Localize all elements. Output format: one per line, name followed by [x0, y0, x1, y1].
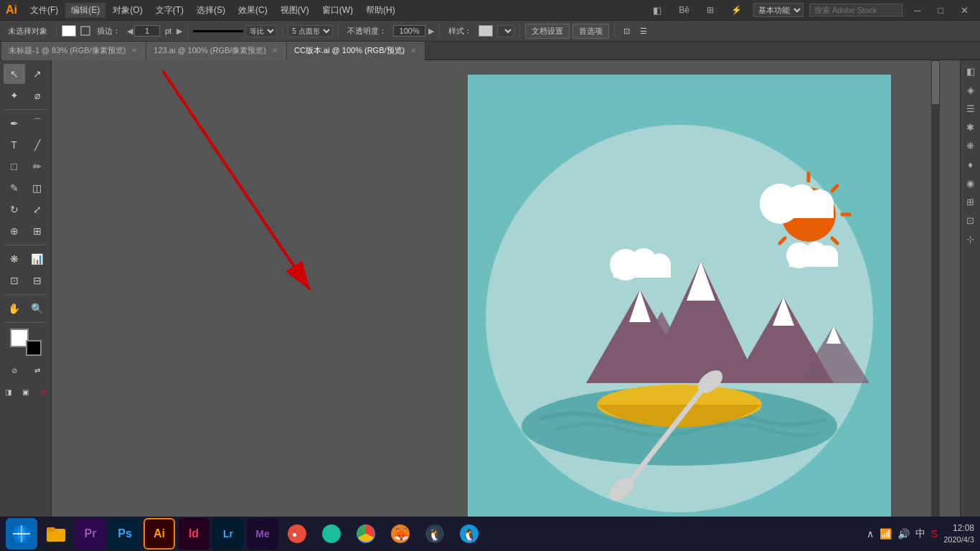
rotate-tool[interactable]: ↻ — [4, 199, 25, 220]
style-select[interactable] — [497, 25, 514, 37]
stroke-equal-select[interactable]: 等比 — [245, 25, 277, 37]
taskbar-app-green[interactable] — [316, 518, 347, 550]
preferences-button[interactable]: 首选项 — [573, 24, 609, 39]
graphic-styles-icon[interactable]: ♦ — [963, 156, 979, 172]
align-panel-icon[interactable]: ⊞ — [963, 194, 979, 209]
warp-tool[interactable]: ⊕ — [4, 221, 25, 241]
up-arrow-icon[interactable]: ∧ — [867, 528, 874, 540]
menu-file[interactable]: 文件(F) — [24, 3, 64, 18]
menu-text[interactable]: 文字(T) — [150, 3, 189, 18]
opacity-input[interactable] — [393, 25, 425, 37]
taskbar-app-mediaencoder[interactable]: Me — [247, 518, 278, 550]
pencil-tool[interactable]: ✎ — [4, 178, 25, 198]
color-mode-btn[interactable]: ◨ — [0, 382, 16, 402]
type-tool[interactable]: T — [4, 135, 25, 155]
curvature-tool[interactable]: ⌒ — [27, 113, 48, 133]
pen-tool[interactable]: ✒ — [4, 113, 25, 133]
maximize-button[interactable]: □ — [932, 4, 949, 17]
hand-tool[interactable]: ✋ — [4, 298, 25, 319]
menu-help[interactable]: 帮助(H) — [360, 3, 401, 18]
menu-view[interactable]: 视图(V) — [275, 3, 315, 18]
menu-edit[interactable]: 编辑(E) — [65, 3, 105, 18]
taskbar-app-files[interactable] — [40, 518, 72, 550]
symbols-icon[interactable]: ❋ — [963, 138, 979, 154]
fill-color-box[interactable] — [62, 25, 76, 37]
none-btn[interactable]: ⊘ — [35, 382, 51, 402]
selection-tool[interactable]: ↖ — [4, 64, 25, 84]
taskbar-app-illustrator[interactable]: Ai — [143, 518, 175, 550]
transform-panel-icon[interactable]: ⊹ — [963, 231, 979, 247]
artboard-tool[interactable]: ⊡ — [4, 270, 25, 291]
stroke-color-swatch[interactable] — [26, 340, 42, 356]
opacity-arrow[interactable]: ▶ — [428, 27, 434, 36]
zoom-tool[interactable]: 🔍 — [27, 298, 48, 319]
none-fill-btn[interactable]: ⊘ — [4, 360, 25, 380]
stroke-color-box[interactable] — [80, 26, 90, 36]
free-transform-tool[interactable]: ⊞ — [27, 221, 48, 241]
scale-tool[interactable]: ⤢ — [27, 199, 48, 220]
taskbar-app-browser[interactable] — [6, 518, 37, 550]
stroke-value-input[interactable] — [134, 25, 160, 37]
network-icon[interactable]: 📶 — [880, 528, 892, 540]
close-button[interactable]: ✕ — [955, 4, 974, 17]
canvas-area[interactable] — [52, 60, 960, 531]
menu-object[interactable]: 对象(O) — [107, 3, 148, 18]
line-tool[interactable]: ╱ — [27, 135, 48, 155]
menu-window[interactable]: 窗口(W) — [316, 3, 359, 18]
appearance-icon[interactable]: ◉ — [963, 175, 979, 191]
magic-wand-tool[interactable]: ✦ — [4, 85, 25, 105]
volume-icon[interactable]: 🔊 — [897, 528, 910, 540]
taskbar-app-premiere[interactable]: Pr — [75, 518, 106, 550]
rect-tool[interactable]: □ — [4, 156, 25, 176]
grid-icon[interactable]: ⊞ — [701, 4, 720, 17]
tab-123[interactable]: 123.ai @ 100% (RGB/像素预览) ✕ — [146, 42, 287, 60]
brush-select[interactable]: 5 点圆形 — [288, 25, 333, 37]
brush-preset-icon[interactable]: ✱ — [963, 119, 979, 135]
paintbrush-tool[interactable]: ✏ — [27, 156, 48, 176]
menu-effect[interactable]: 效果(C) — [232, 3, 273, 18]
properties-icon[interactable]: ◈ — [963, 82, 979, 98]
minimize-button[interactable]: ─ — [908, 4, 926, 17]
tab-123-close[interactable]: ✕ — [270, 47, 279, 55]
eraser-tool[interactable]: ◫ — [27, 178, 48, 198]
tab-cc[interactable]: CC版本.ai @ 100% (RGB/预览) ✕ — [287, 42, 425, 60]
taskbar-app-lightroom[interactable]: Lr — [212, 518, 244, 550]
column-graph-tool[interactable]: 📊 — [27, 249, 48, 269]
slice-tool[interactable]: ⊟ — [27, 270, 48, 291]
taskbar-app-red[interactable]: ● — [281, 518, 313, 550]
keyboard-icon[interactable]: 中 — [915, 527, 925, 540]
align-icon[interactable]: ☰ — [636, 25, 651, 37]
direct-selection-tool[interactable]: ↗ — [27, 64, 48, 84]
scroll-thumb[interactable] — [932, 61, 939, 104]
tab-untitled-close[interactable]: ✕ — [130, 47, 138, 55]
gradient-btn[interactable]: ▣ — [17, 382, 33, 402]
menu-select[interactable]: 选择(S) — [191, 3, 231, 18]
taskbar-app-indesign[interactable]: Id — [178, 518, 209, 550]
vertical-scrollbar[interactable] — [931, 60, 940, 531]
workspace-selector[interactable]: 基本功能 — [753, 3, 804, 17]
cc-icon[interactable]: ◧ — [647, 4, 667, 17]
taskbar-app-penguin[interactable]: 🐧 — [419, 518, 451, 550]
plugin-icon[interactable]: ⚡ — [725, 4, 748, 17]
taskbar-app-chrome[interactable] — [350, 518, 382, 550]
antivirus-icon[interactable]: S — [931, 528, 938, 540]
taskbar-app-qq[interactable]: 🐧 — [453, 518, 485, 550]
style-color-box[interactable] — [479, 25, 493, 37]
swap-colors-btn[interactable]: ⇄ — [27, 360, 48, 380]
pathfinder-icon[interactable]: ⊡ — [963, 212, 979, 228]
taskbar-app-fox[interactable]: 🦊 — [385, 518, 416, 550]
libraries-icon[interactable]: ◧ — [963, 63, 979, 79]
stroke-arrow-right[interactable]: ▶ — [176, 27, 182, 36]
taskbar-app-photoshop[interactable]: Ps — [109, 518, 141, 550]
tab-cc-close[interactable]: ✕ — [409, 47, 418, 55]
stroke-label: 插边： — [93, 24, 124, 38]
layers-icon[interactable]: ☰ — [963, 100, 979, 116]
search-stock-input[interactable] — [809, 4, 903, 17]
doc-settings-button[interactable]: 文档设置 — [525, 24, 570, 39]
stroke-arrow-left[interactable]: ◀ — [127, 27, 133, 36]
tab-untitled[interactable]: 未标题-1 @ 83% (RGB/像素预览) ✕ — [1, 42, 146, 60]
symbol-tool[interactable]: ❋ — [4, 249, 25, 269]
behance-icon[interactable]: Bē — [673, 4, 695, 17]
lasso-tool[interactable]: ⌀ — [27, 85, 48, 105]
transform-icon[interactable]: ⊡ — [620, 25, 633, 37]
